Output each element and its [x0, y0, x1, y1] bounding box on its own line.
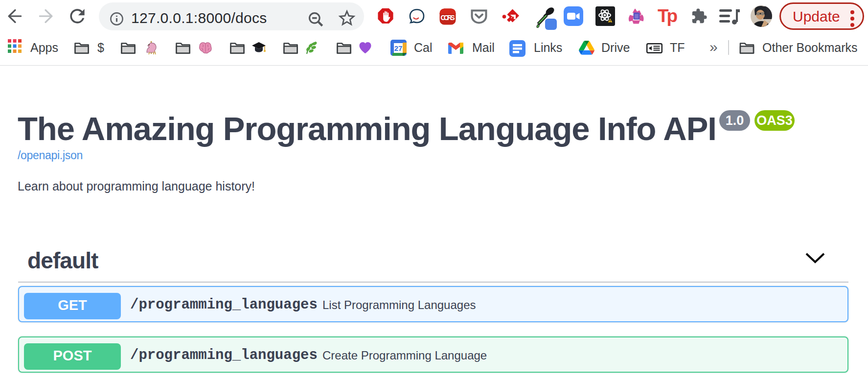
svg-text:CORS: CORS	[441, 14, 455, 22]
svg-text:27: 27	[394, 44, 403, 52]
